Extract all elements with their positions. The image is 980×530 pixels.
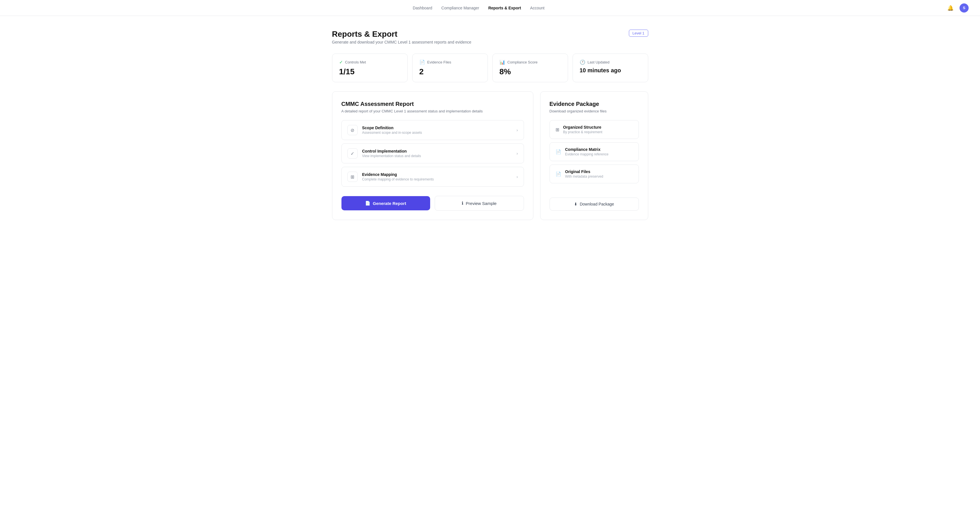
page-subtitle: Generate and download your CMMC Level 1 … <box>332 40 471 45</box>
scope-chevron-icon: › <box>517 128 518 132</box>
package-item-matrix: 📄 Compliance Matrix Evidence mapping ref… <box>550 142 639 161</box>
preview-label: Preview Sample <box>466 201 496 206</box>
controls-met-icon: ✓ <box>339 59 343 65</box>
nav-links: Dashboard Compliance Manager Reports & E… <box>11 5 946 11</box>
evidence-chevron-icon: › <box>517 174 518 179</box>
preview-icon: ℹ <box>462 201 463 206</box>
stats-grid: ✓ Controls Met 1/15 📄 Evidence Files 2 📊… <box>332 54 648 82</box>
nav-link-reports-export[interactable]: Reports & Export <box>488 5 521 11</box>
report-title: CMMC Assessment Report <box>342 101 524 107</box>
evidence-files-icon: 📄 <box>419 59 425 65</box>
main-content: Reports & Export Generate and download y… <box>325 16 655 234</box>
compliance-matrix-name: Compliance Matrix <box>565 147 609 152</box>
report-subtitle: A detailed report of your CMMC Level 1 a… <box>342 109 524 113</box>
scope-desc: Assessment scope and in-scope assets <box>362 131 422 135</box>
organized-structure-name: Organized Structure <box>563 125 603 129</box>
control-desc: View implementation status and details <box>362 154 421 158</box>
report-card: CMMC Assessment Report A detailed report… <box>332 91 533 220</box>
last-updated-icon: 🕐 <box>580 59 585 65</box>
last-updated-value: 10 minutes ago <box>580 67 641 74</box>
report-item-evidence[interactable]: ⊞ Evidence Mapping Complete mapping of e… <box>342 167 524 187</box>
package-title: Evidence Package <box>550 101 639 107</box>
control-name: Control Implementation <box>362 149 421 153</box>
generate-report-label: Generate Report <box>373 201 406 206</box>
control-icon: ✓ <box>347 148 358 158</box>
stat-card-controls-met: ✓ Controls Met 1/15 <box>332 54 408 82</box>
organized-structure-icon: ⊞ <box>555 127 559 132</box>
download-package-button[interactable]: ⬇ Download Package <box>550 198 639 211</box>
download-icon: ⬇ <box>574 202 578 206</box>
generate-report-button[interactable]: 📄 Generate Report <box>342 196 430 210</box>
page-header-text: Reports & Export Generate and download y… <box>332 30 471 45</box>
stat-card-evidence-files: 📄 Evidence Files 2 <box>412 54 488 82</box>
report-item-scope[interactable]: ⊘ Scope Definition Assessment scope and … <box>342 120 524 140</box>
scope-name: Scope Definition <box>362 126 422 130</box>
action-row: 📄 Generate Report ℹ Preview Sample <box>342 196 524 211</box>
original-files-icon: 📄 <box>555 171 561 177</box>
nav-link-account[interactable]: Account <box>530 5 545 11</box>
original-files-desc: With metadata preserved <box>565 174 603 179</box>
compliance-matrix-icon: 📄 <box>555 149 561 155</box>
nav-right: 🔔 S <box>946 3 969 13</box>
original-files-name: Original Files <box>565 169 603 174</box>
evidence-package-card: Evidence Package Download organized evid… <box>540 91 648 220</box>
package-subtitle: Download organized evidence files <box>550 109 639 113</box>
lower-grid: CMMC Assessment Report A detailed report… <box>332 91 648 220</box>
download-label: Download Package <box>580 202 614 206</box>
stat-card-compliance-score: 📊 Compliance Score 8% <box>492 54 568 82</box>
evidence-name: Evidence Mapping <box>362 172 434 177</box>
page-header: Reports & Export Generate and download y… <box>332 30 648 45</box>
controls-met-value: 1/15 <box>339 67 401 76</box>
preview-sample-button[interactable]: ℹ Preview Sample <box>435 196 524 211</box>
evidence-files-label: Evidence Files <box>427 60 452 64</box>
nav-link-compliance-manager[interactable]: Compliance Manager <box>441 5 479 11</box>
report-item-control[interactable]: ✓ Control Implementation View implementa… <box>342 144 524 163</box>
stat-card-last-updated: 🕐 Last Updated 10 minutes ago <box>573 54 648 82</box>
nav-link-dashboard[interactable]: Dashboard <box>413 5 433 11</box>
compliance-score-icon: 📊 <box>500 59 505 65</box>
level-badge: Level 1 <box>629 30 648 37</box>
avatar[interactable]: S <box>959 3 969 13</box>
package-item-original: 📄 Original Files With metadata preserved <box>550 164 639 183</box>
package-item-organized: ⊞ Organized Structure By practice & requ… <box>550 120 639 139</box>
report-items: ⊘ Scope Definition Assessment scope and … <box>342 120 524 187</box>
last-updated-label: Last Updated <box>588 60 609 64</box>
control-chevron-icon: › <box>517 151 518 156</box>
navigation: Dashboard Compliance Manager Reports & E… <box>0 0 980 16</box>
generate-report-icon: 📄 <box>365 201 371 206</box>
evidence-desc: Complete mapping of evidence to requirem… <box>362 177 434 181</box>
bell-icon[interactable]: 🔔 <box>946 3 955 13</box>
package-items: ⊞ Organized Structure By practice & requ… <box>550 120 639 188</box>
evidence-icon: ⊞ <box>347 172 358 182</box>
compliance-score-label: Compliance Score <box>508 60 538 64</box>
compliance-matrix-desc: Evidence mapping reference <box>565 152 609 156</box>
evidence-files-value: 2 <box>419 67 481 76</box>
scope-icon: ⊘ <box>347 125 358 135</box>
controls-met-label: Controls Met <box>345 60 366 64</box>
compliance-score-value: 8% <box>500 67 561 76</box>
organized-structure-desc: By practice & requirement <box>563 130 603 134</box>
page-title: Reports & Export <box>332 30 471 39</box>
